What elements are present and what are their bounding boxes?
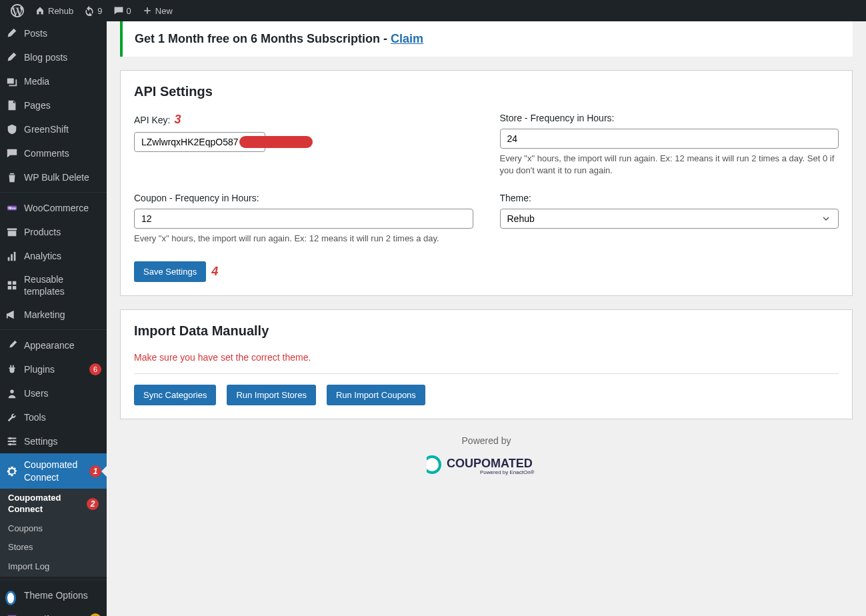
store-freq-hint: Every "x" hours, the import will run aga… <box>500 153 839 177</box>
sidebar-item-greenshift[interactable]: GreenShift <box>0 117 107 141</box>
api-settings-panel: API Settings API Key: 3 Store - Frequenc… <box>120 70 853 296</box>
callout-1: 1 <box>89 465 101 477</box>
coupomated-logo: COUPOMATED Powered by EnactOn® <box>136 453 837 477</box>
menu-separator <box>0 327 107 330</box>
admin-sidebar: Posts Blog posts Media Pages GreenShift … <box>0 21 107 519</box>
redacted-overlay <box>239 136 313 148</box>
coupon-freq-field: Coupon - Frequency in Hours: Every "x" h… <box>134 193 473 245</box>
pin-icon <box>5 27 19 40</box>
plugin-update-badge: 6 <box>89 363 101 375</box>
submenu-label: Coupomated Connect <box>8 493 87 515</box>
svg-text:Woo: Woo <box>8 206 16 210</box>
api-key-field: API Key: 3 <box>134 113 473 177</box>
sidebar-item-appearance[interactable]: Appearance <box>0 333 107 357</box>
page-icon <box>5 99 19 112</box>
sidebar-item-marketing[interactable]: Marketing <box>0 303 107 327</box>
callout-4: 4 <box>211 265 218 279</box>
sidebar-item-label: Analytics <box>24 250 101 262</box>
import-warning: Make sure you have set the correct theme… <box>134 352 839 363</box>
sidebar-item-label: Media <box>24 75 101 87</box>
updates-link[interactable]: 9 <box>79 0 107 21</box>
theme-select[interactable]: Rehub <box>500 209 839 229</box>
sidebar-item-plugins[interactable]: Plugins 6 <box>0 357 107 381</box>
api-key-label: API Key: 3 <box>134 113 473 127</box>
admin-bar: Rehub 9 0 New <box>0 0 866 21</box>
gear-icon <box>5 465 19 478</box>
pin-icon <box>5 51 19 64</box>
store-freq-input[interactable] <box>500 129 839 149</box>
svg-point-2 <box>10 390 13 393</box>
media-icon <box>5 75 19 88</box>
run-import-coupons-button[interactable]: Run Import Coupons <box>327 385 425 405</box>
sidebar-item-media[interactable]: Media <box>0 69 107 93</box>
sidebar-item-coupomated-connect[interactable]: Coupomated Connect 1 <box>0 453 107 488</box>
archive-icon <box>5 225 19 239</box>
sidebar-item-label: Marketing <box>24 309 101 321</box>
sidebar-item-reusable-templates[interactable]: Reusable templates <box>0 268 107 303</box>
megaphone-icon <box>5 308 19 321</box>
promo-text: Get 1 Month free on 6 Months Subscriptio… <box>135 32 391 45</box>
woo-icon: Woo <box>5 201 19 215</box>
sidebar-item-blog-posts[interactable]: Blog posts <box>0 45 107 69</box>
sidebar-item-label: Products <box>24 226 101 238</box>
sliders-icon <box>5 435 19 448</box>
comments-link[interactable]: 0 <box>108 0 137 21</box>
sidebar-item-woocommerce[interactable]: Woo WooCommerce <box>0 196 107 220</box>
sidebar-item-label: Plugins <box>24 363 87 375</box>
submenu: Coupomated Connect 2 Coupons Stores Impo… <box>0 489 107 519</box>
sidebar-item-wp-bulk-delete[interactable]: WP Bulk Delete <box>0 165 107 189</box>
new-label: New <box>155 6 173 16</box>
new-link[interactable]: New <box>137 0 178 21</box>
store-freq-field: Store - Frequency in Hours: Every "x" ho… <box>500 113 839 177</box>
bars-icon <box>5 249 19 263</box>
promo-banner: Get 1 Month free on 6 Months Subscriptio… <box>120 21 853 57</box>
sidebar-item-label: GreenShift <box>24 123 101 135</box>
sidebar-item-settings[interactable]: Settings <box>0 429 107 453</box>
sidebar-item-label: Blog posts <box>24 51 101 63</box>
svg-text:COUPOMATED: COUPOMATED <box>447 457 533 470</box>
sidebar-item-label: Reusable templates <box>24 273 101 297</box>
sidebar-item-products[interactable]: Products <box>0 220 107 244</box>
sidebar-item-posts[interactable]: Posts <box>0 21 107 45</box>
save-settings-button[interactable]: Save Settings <box>134 261 206 282</box>
submenu-coupomated-connect[interactable]: Coupomated Connect 2 <box>0 489 107 519</box>
sidebar-item-label: Appearance <box>24 339 101 351</box>
sidebar-item-label: Pages <box>24 99 101 111</box>
sidebar-item-label: WooCommerce <box>24 202 101 214</box>
sidebar-item-analytics[interactable]: Analytics <box>0 244 107 268</box>
svg-point-3 <box>9 437 12 440</box>
divider <box>134 373 839 374</box>
callout-2: 2 <box>87 498 99 510</box>
coupon-freq-label: Coupon - Frequency in Hours: <box>134 193 473 203</box>
sidebar-item-label: Users <box>24 387 101 399</box>
comment-icon <box>5 147 19 160</box>
site-link[interactable]: Rehub <box>29 0 79 21</box>
menu-separator <box>0 189 107 193</box>
powered-text: Powered by <box>136 435 837 446</box>
powered-by: Powered by COUPOMATED Powered by EnactOn… <box>120 419 853 493</box>
sidebar-item-tools[interactable]: Tools <box>0 405 107 429</box>
sidebar-item-users[interactable]: Users <box>0 381 107 405</box>
sidebar-item-label: Tools <box>24 411 101 423</box>
callout-3: 3 <box>174 113 181 127</box>
coupon-freq-input[interactable] <box>134 209 473 229</box>
brush-icon <box>5 339 19 352</box>
store-freq-label: Store - Frequency in Hours: <box>500 113 839 123</box>
user-icon <box>5 387 19 400</box>
shield-icon <box>5 123 19 136</box>
svg-text:Powered by EnactOn®: Powered by EnactOn® <box>480 469 535 475</box>
sidebar-item-comments[interactable]: Comments <box>0 141 107 165</box>
promo-claim-link[interactable]: Claim <box>391 32 423 45</box>
sync-categories-button[interactable]: Sync Categories <box>134 385 216 405</box>
run-import-stores-button[interactable]: Run Import Stores <box>227 385 316 405</box>
sidebar-item-label: Comments <box>24 147 101 159</box>
svg-point-5 <box>9 443 12 446</box>
sidebar-item-pages[interactable]: Pages <box>0 93 107 117</box>
main-content: Get 1 Month free on 6 Months Subscriptio… <box>107 21 866 519</box>
plug-icon <box>5 363 19 376</box>
import-manual-panel: Import Data Manually Make sure you have … <box>120 309 853 419</box>
update-count: 9 <box>97 6 102 16</box>
wp-logo[interactable] <box>5 0 29 21</box>
sidebar-item-label: Settings <box>24 435 101 447</box>
import-title: Import Data Manually <box>134 323 839 339</box>
